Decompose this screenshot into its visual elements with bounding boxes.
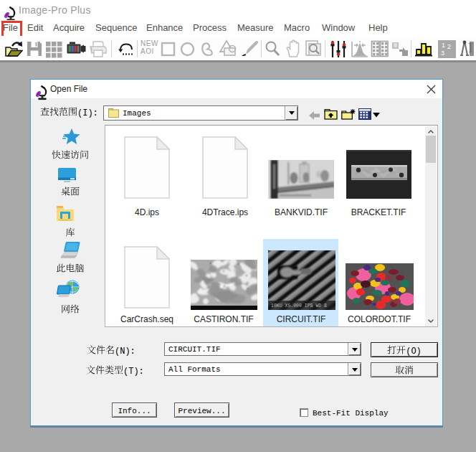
svg-text:2: 2 [447,43,451,50]
svg-text:1: 1 [442,42,445,49]
svg-text:10KU X5.000 IPS WD 8: 10KU X5.000 IPS WD 8 [271,303,327,309]
svg-text:3: 3 [441,50,444,57]
